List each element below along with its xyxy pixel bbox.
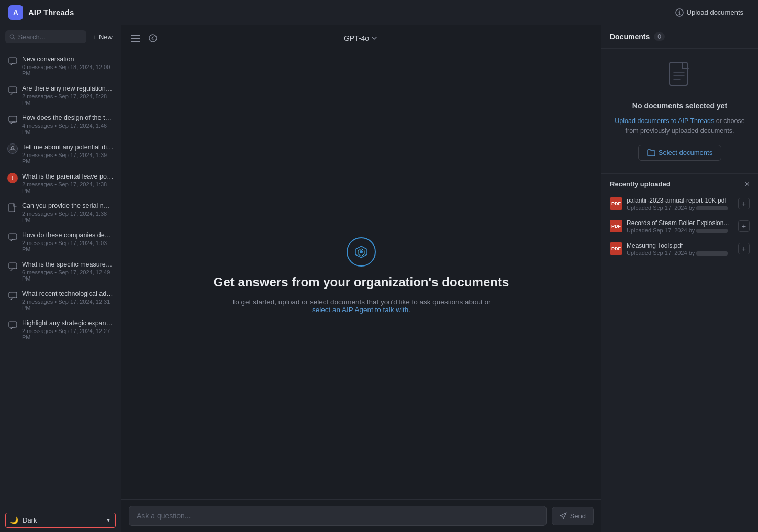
model-selector[interactable]: GPT-4o [344,34,377,42]
thread-item[interactable]: How does the design of the taper ... 4 m… [2,110,119,139]
sidebar-search-bar: + New [0,25,121,49]
thread-title: Can you provide the serial numb... [22,202,114,209]
thread-chat-icon [7,291,18,301]
chat-input-bar: Send [121,499,601,532]
topbar-left: A AIP Threads [8,5,74,20]
thread-title: How do these companies describ... [22,231,114,239]
add-document-button[interactable]: + [738,220,750,232]
no-docs-description: Upload documents to AIP Threads or choos… [610,116,750,136]
svg-point-7 [12,147,14,149]
svg-rect-13 [131,35,140,36]
document-list-item: PDF palantir-2023-annual-report-10K.pdf … [601,193,758,215]
svg-point-19 [360,250,363,253]
theme-selector[interactable]: 🌙 Dark ▼ [5,513,116,528]
thread-title: What is the parental leave policy? [22,173,114,180]
chevron-down-icon [371,35,377,41]
svg-rect-5 [9,87,17,93]
aip-logo-icon [353,244,369,260]
recently-uploaded-header: Recently uploaded × [601,174,758,193]
thread-item[interactable]: ! What is the parental leave policy? 2 m… [2,169,119,198]
topbar: A AIP Threads ℹ Upload documents [0,0,758,25]
chat-header: GPT-4o [121,25,601,51]
close-recent-button[interactable]: × [745,180,750,189]
chat-header-left [129,32,159,45]
chat-empty-state: Get answers from your organization's doc… [121,51,601,499]
sidebar-bottom: 🌙 Dark ▼ [0,508,121,532]
thread-chat-icon [7,115,18,125]
thread-item[interactable]: What recent technological advan... 2 mes… [2,286,119,315]
thread-meta: 0 messages • Sep 18, 2024, 12:00 PM [22,64,114,76]
thread-title: Are there any new regulations ap... [22,85,114,92]
menu-button[interactable] [129,32,142,44]
thread-badge-icon: ! [7,173,18,183]
document-name: Measuring Tools.pdf [627,242,734,249]
svg-rect-15 [131,41,140,42]
documents-header: Documents 0 [601,25,758,49]
svg-point-16 [149,35,157,42]
thread-meta: 2 messages • Sep 17, 2024, 5:28 PM [22,93,114,106]
thread-item[interactable]: New conversation 0 messages • Sep 18, 20… [2,51,119,81]
no-docs-title: No documents selected yet [632,102,727,110]
agent-link[interactable]: select an AIP Agent to talk with [312,306,408,314]
right-panel: Documents 0 No documents selected yet Up… [601,25,758,532]
back-button[interactable] [147,32,159,45]
svg-rect-11 [9,292,17,298]
thread-title: How does the design of the taper ... [22,114,114,121]
no-documents-section: No documents selected yet Upload documen… [601,49,758,174]
upload-documents-button[interactable]: ℹ Upload documents [669,5,750,20]
upload-link[interactable]: Upload documents to AIP Threads [615,117,714,125]
chat-input[interactable] [129,506,547,526]
pdf-icon: PDF [610,242,622,255]
chat-empty-subtitle: To get started, upload or select documen… [230,298,492,314]
documents-title: Documents [610,32,650,41]
thread-meta: 2 messages • Sep 17, 2024, 1:38 PM [22,181,114,194]
chat-empty-title: Get answers from your organization's doc… [214,275,509,290]
thread-agent-icon [7,143,18,154]
thread-chat-icon [7,232,18,242]
add-document-button[interactable]: + [738,243,750,254]
add-document-button[interactable]: + [738,198,750,209]
thread-title: What recent technological advan... [22,290,114,297]
document-name: palantir-2023-annual-report-10K.pdf [627,197,734,204]
chevron-down-icon: ▼ [106,517,111,523]
thread-item[interactable]: Are there any new regulations ap... 2 me… [2,81,119,110]
recently-uploaded-section: Recently uploaded × PDF palantir-2023-an… [601,174,758,533]
chat-logo [347,237,376,267]
app-title: AIP Threads [28,8,74,17]
folder-icon [647,149,655,156]
document-list-item: PDF Records of Steam Boiler Explosion...… [601,215,758,238]
thread-meta: 6 messages • Sep 17, 2024, 12:49 PM [22,269,114,282]
thread-item[interactable]: Highlight any strategic expansion... 2 m… [2,315,119,345]
recently-title: Recently uploaded [610,180,671,188]
pdf-icon: PDF [610,197,622,210]
pdf-icon: PDF [610,220,622,232]
thread-item[interactable]: How do these companies describ... 2 mess… [2,227,119,257]
document-name: Records of Steam Boiler Explosion... [627,219,734,227]
thread-meta: 2 messages • Sep 17, 2024, 1:39 PM [22,152,114,164]
svg-rect-9 [9,234,17,239]
send-button[interactable]: Send [552,507,594,525]
new-button[interactable]: + New [90,30,116,43]
thread-item[interactable]: Can you provide the serial numb... 2 mes… [2,198,119,227]
thread-title: What is the specific measuremen... [22,261,114,268]
svg-text:ℹ: ℹ [678,10,681,16]
send-icon [560,512,567,519]
svg-rect-6 [9,116,17,122]
document-list-item: PDF Measuring Tools.pdf Uploaded Sep 17,… [601,238,758,260]
svg-rect-14 [131,38,140,39]
thread-meta: 2 messages • Sep 17, 2024, 1:03 PM [22,240,114,252]
back-icon [149,34,157,42]
svg-rect-12 [9,322,17,327]
search-input-wrap[interactable] [5,30,86,43]
thread-meta: 4 messages • Sep 17, 2024, 1:46 PM [22,123,114,135]
svg-line-3 [13,38,15,39]
thread-item[interactable]: What is the specific measuremen... 6 mes… [2,257,119,286]
thread-title: Tell me about any potential disr... [22,143,114,151]
search-icon [9,34,15,40]
thread-chat-icon [7,261,18,272]
thread-item[interactable]: Tell me about any potential disr... 2 me… [2,139,119,169]
thread-meta: 2 messages • Sep 17, 2024, 1:38 PM [22,210,114,223]
app-icon: A [8,5,23,20]
select-documents-button[interactable]: Select documents [638,145,721,161]
search-input[interactable] [18,33,82,41]
